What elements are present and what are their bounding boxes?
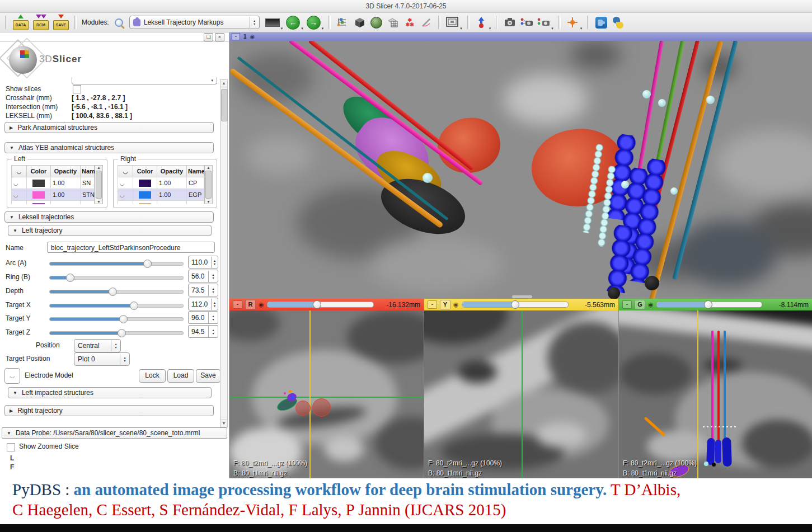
collapse-button[interactable]: - bbox=[428, 300, 437, 309]
section-leksell-trajectories[interactable]: ▼ Leksell trajectories bbox=[4, 211, 214, 223]
position-combobox[interactable]: Central ▴▾ bbox=[74, 339, 121, 352]
layout-selector-icon[interactable] bbox=[445, 16, 459, 29]
target-y-slider[interactable] bbox=[49, 317, 184, 321]
table-row[interactable]: ◡ 1.00 STN bbox=[12, 189, 95, 201]
slice-offset-slider[interactable] bbox=[462, 302, 569, 308]
slice-view-green[interactable]: - G ◉ -8.114mm bbox=[619, 299, 812, 478]
view3d-pin-icon[interactable]: ◉ bbox=[250, 34, 255, 40]
green-slice-image[interactable]: F: 80_t2mri_...gz (100%) B: 80_t1mri_nii… bbox=[619, 310, 812, 478]
section-atlas-yeb[interactable]: ▼ Atlas YEB anatomical structures bbox=[4, 142, 214, 153]
crosshair-dropdown-icon[interactable]: ▾ bbox=[580, 26, 583, 31]
trajectory-node-selector[interactable]: ▾ bbox=[72, 77, 217, 84]
table-scrollbar[interactable]: ▲ ▼ bbox=[95, 165, 103, 204]
show-slices-checkbox[interactable] bbox=[73, 85, 81, 93]
forward-dropdown-icon[interactable]: ▾ bbox=[322, 26, 324, 31]
module-search-icon[interactable] bbox=[112, 16, 126, 29]
module-hierarchy-icon[interactable] bbox=[336, 16, 349, 29]
depth-slider[interactable] bbox=[49, 290, 184, 294]
scene-view-dropdown-icon[interactable]: ▾ bbox=[551, 26, 553, 31]
target-position-combobox[interactable]: Plot 0 ▴▾ bbox=[74, 352, 130, 366]
save-button[interactable]: SAVE bbox=[53, 15, 69, 30]
electrode-visibility-button[interactable]: ◡ bbox=[4, 368, 20, 384]
color-swatch[interactable] bbox=[32, 180, 45, 187]
models-sphere-icon[interactable] bbox=[369, 16, 383, 29]
back-dropdown-icon[interactable]: ▾ bbox=[301, 26, 303, 31]
visibility-eye-icon[interactable]: ◡ bbox=[120, 204, 125, 204]
visibility-eye-icon[interactable]: ◡ bbox=[120, 180, 125, 186]
scene-view-add-icon[interactable] bbox=[537, 16, 550, 29]
collapse-button[interactable]: - bbox=[622, 300, 632, 309]
scroll-up-icon[interactable]: ▲ bbox=[220, 80, 227, 87]
yellow-slice-image[interactable]: F: 80_t2mri_...gz (100%) B: 80_t1mri_nii… bbox=[424, 310, 618, 478]
depth-spinbox[interactable]: 73.5▴▾ bbox=[188, 284, 218, 296]
atlas-right-table[interactable]: ◡ Color Opacity Name ◡ 1.00 CP ◡ 1 bbox=[118, 165, 204, 204]
ring-slider[interactable] bbox=[49, 276, 184, 280]
module-selector[interactable]: Leksell Trajectory Markups ▴▾ bbox=[129, 16, 260, 29]
color-swatch[interactable] bbox=[32, 203, 45, 205]
slice-view-yellow[interactable]: - Y ◉ -5.563mm F: 80_ bbox=[424, 299, 618, 478]
pin-icon[interactable]: ◉ bbox=[648, 302, 654, 308]
section-left-impacted[interactable]: ▼ Left impacted structures bbox=[8, 387, 212, 398]
slice-offset-slider[interactable] bbox=[656, 302, 762, 308]
visibility-eye-icon[interactable]: ◡ bbox=[120, 192, 125, 198]
section-right-trajectory[interactable]: ▶ Right trajectory bbox=[4, 405, 214, 416]
target-x-spinbox[interactable]: 112.0▴▾ bbox=[188, 298, 218, 310]
table-row[interactable]: ◡ 1.00 STN bbox=[12, 201, 95, 205]
slice-offset-slider[interactable] bbox=[267, 302, 374, 308]
table-row[interactable]: ◡ 1.00 HC bbox=[118, 201, 204, 205]
python-console-icon[interactable] bbox=[611, 16, 625, 29]
color-swatch[interactable] bbox=[139, 191, 151, 199]
atlas-left-table[interactable]: ◡ Color Opacity Name ◡ 1.00 SN ◡ 1 bbox=[11, 165, 95, 204]
show-zoomed-slice-checkbox[interactable] bbox=[7, 443, 15, 451]
visibility-eye-icon[interactable]: ◡ bbox=[13, 180, 18, 186]
trajectory-name-input[interactable]: bloc_trajectory_LeftStdParkinsonProcedur… bbox=[47, 242, 215, 253]
table-row[interactable]: ◡ 1.00 EGP bbox=[118, 189, 204, 201]
panel-close-icon[interactable]: × bbox=[215, 33, 224, 41]
load-button[interactable]: Load bbox=[167, 369, 194, 383]
fiducials-icon[interactable]: ✱✱✱ bbox=[403, 16, 416, 29]
target-y-spinbox[interactable]: 96.0▴▾ bbox=[188, 311, 218, 324]
lock-button[interactable]: Lock bbox=[139, 369, 166, 383]
arc-spinbox[interactable]: 110.0▴▾ bbox=[188, 256, 218, 269]
arc-slider[interactable] bbox=[49, 262, 184, 266]
load-data-button[interactable]: DATA bbox=[12, 15, 29, 30]
table-row[interactable]: ◡ 1.00 CP bbox=[118, 177, 204, 189]
section-park-anatomical[interactable]: ▶ Park Anatomical structures bbox=[4, 122, 214, 133]
transforms-icon[interactable] bbox=[386, 16, 400, 29]
layout-dropdown-icon[interactable]: ▾ bbox=[460, 26, 462, 31]
table-row[interactable]: ◡ 1.00 SN bbox=[12, 177, 95, 189]
scroll-thumb[interactable] bbox=[221, 89, 228, 121]
volume-cube-icon[interactable] bbox=[353, 16, 366, 29]
section-left-trajectory[interactable]: ▼ Left trajectory bbox=[8, 225, 212, 236]
module-history-icon[interactable] bbox=[265, 18, 280, 27]
table-scrollbar[interactable]: ▲ ▼ bbox=[204, 165, 213, 204]
pin-icon[interactable]: ◉ bbox=[453, 302, 459, 308]
panel-popout-icon[interactable]: ❏ bbox=[204, 33, 213, 41]
extensions-manager-icon[interactable] bbox=[594, 16, 608, 29]
history-dropdown-icon[interactable]: ▾ bbox=[281, 26, 283, 31]
save-button-panel[interactable]: Save bbox=[196, 369, 220, 383]
view3d-collapse-icon[interactable]: - bbox=[232, 33, 240, 40]
forward-button[interactable]: → bbox=[307, 16, 321, 30]
section-data-probe[interactable]: ▼ Data Probe: /Users/Sara/80/slicer_scen… bbox=[2, 427, 227, 439]
target-z-spinbox[interactable]: 94.5▴▾ bbox=[188, 325, 218, 338]
scroll-down-icon[interactable]: ▼ bbox=[220, 420, 227, 427]
back-button[interactable]: ← bbox=[286, 16, 300, 30]
visibility-eye-icon[interactable]: ◡ bbox=[13, 192, 18, 198]
color-swatch[interactable] bbox=[32, 191, 45, 199]
dicom-button[interactable]: DCM bbox=[32, 15, 49, 30]
view3d-scene[interactable] bbox=[229, 41, 812, 299]
pin-icon[interactable]: ◉ bbox=[259, 302, 264, 308]
mouse-mode-dropdown-icon[interactable]: ▾ bbox=[489, 26, 491, 31]
target-x-slider[interactable] bbox=[49, 304, 184, 308]
slice-view-red[interactable]: - R ◉ -16.132mm bbox=[229, 299, 424, 478]
mouse-mode-icon[interactable] bbox=[475, 16, 488, 29]
ring-spinbox[interactable]: 56.0▴▾ bbox=[188, 270, 218, 283]
annotation-ruler-icon[interactable] bbox=[420, 16, 433, 29]
color-swatch[interactable] bbox=[139, 203, 151, 205]
crosshair-toggle-icon[interactable] bbox=[566, 16, 579, 29]
target-z-slider[interactable] bbox=[49, 331, 184, 335]
color-swatch[interactable] bbox=[139, 180, 151, 187]
red-slice-image[interactable]: F: 80_t2mri_...gz (100%) B: 80_t1mri_nii… bbox=[229, 310, 424, 478]
splitter-handle[interactable] bbox=[512, 295, 532, 298]
